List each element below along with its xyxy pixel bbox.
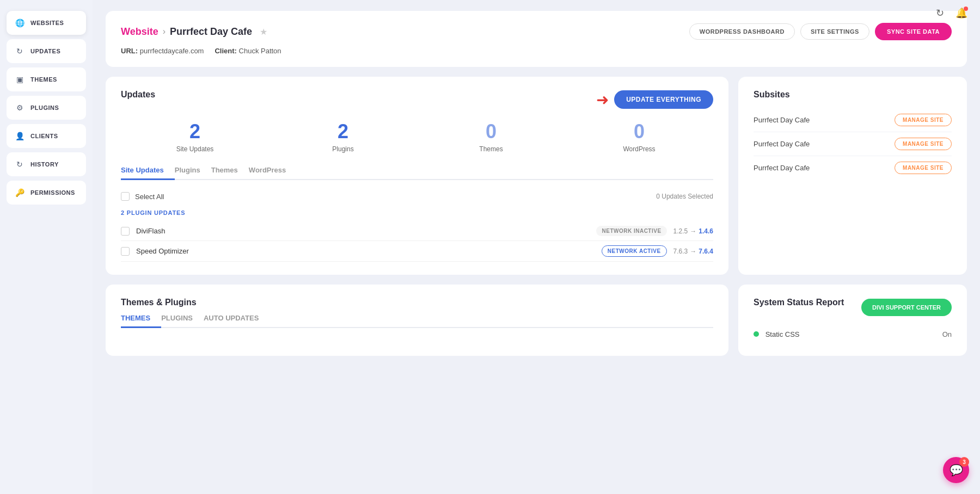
select-all-label: Select All — [135, 193, 164, 201]
subsite-name-1: Purrfect Day Cafe — [754, 140, 810, 148]
sidebar-item-clients[interactable]: 👤 CLIENTS — [7, 124, 86, 148]
subsite-row-1: Purrfect Day Cafe MANAGE SITE — [754, 132, 952, 156]
bottom-grid: Themes & Plugins THEMES PLUGINS AUTO UPD… — [106, 285, 967, 356]
stat-number-wordpress: 0 — [634, 120, 645, 143]
plugin-updates-heading: 2 PLUGIN UPDATES — [121, 209, 713, 216]
plugin-badge-speed-optimizer: NETWORK ACTIVE — [602, 245, 667, 257]
sidebar-label-clients: CLIENTS — [30, 133, 58, 139]
updates-title: Updates — [121, 90, 155, 100]
sidebar-item-updates[interactable]: ↻ UPDATES — [7, 39, 86, 63]
layout: 🌐 WEBSITES ↻ UPDATES ▣ THEMES ⚙ PLUGINS … — [0, 0, 980, 494]
plugin-name-speed-optimizer: Speed Optimizer — [136, 247, 595, 255]
manage-site-button-1[interactable]: MANAGE SITE — [895, 138, 952, 150]
site-settings-button[interactable]: SITE SETTINGS — [800, 23, 869, 40]
manage-site-button-0[interactable]: MANAGE SITE — [895, 114, 952, 126]
tab-auto-updates[interactable]: AUTO UPDATES — [204, 310, 270, 328]
sidebar-item-permissions[interactable]: 🔑 PERMISSIONS — [7, 181, 86, 205]
stat-site-updates: 2 Site Updates — [121, 120, 269, 153]
client-label: Client: Chuck Patton — [215, 47, 281, 55]
breadcrumb: Website › Purrfect Day Cafe ★ — [121, 26, 267, 38]
plugin-version-speed-optimizer: 7.6.3 → 7.6.4 — [673, 248, 713, 255]
divi-support-center-button[interactable]: DIVI SUPPORT CENTER — [861, 299, 952, 316]
stat-themes: 0 Themes — [417, 120, 565, 153]
tab-plugins-section[interactable]: PLUGINS — [161, 310, 204, 328]
stat-label-wordpress: WordPress — [623, 145, 655, 153]
stat-wordpress: 0 WordPress — [565, 120, 713, 153]
sidebar: 🌐 WEBSITES ↻ UPDATES ▣ THEMES ⚙ PLUGINS … — [0, 0, 93, 494]
themes-plugins-tab-bar: THEMES PLUGINS AUTO UPDATES — [121, 310, 713, 328]
plugin-name-diviflash: DiviFlash — [136, 227, 590, 235]
notification-icon[interactable]: 🔔 — [954, 5, 969, 21]
sidebar-item-websites[interactable]: 🌐 WEBSITES — [7, 11, 86, 35]
clients-icon: 👤 — [14, 131, 25, 141]
breadcrumb-separator: › — [163, 27, 166, 36]
select-all-checkbox[interactable] — [121, 192, 130, 201]
themes-plugins-title: Themes & Plugins — [121, 298, 197, 307]
status-dot-static-css — [754, 331, 759, 337]
tab-wordpress[interactable]: WordPress — [249, 162, 297, 180]
updates-tab-bar: Site Updates Plugins Themes WordPress — [121, 162, 713, 180]
sidebar-label-themes: THEMES — [30, 76, 57, 83]
updates-header: Updates ➜ UPDATE EVERYTHING — [121, 90, 713, 109]
status-label-static-css: Static CSS — [754, 330, 799, 338]
plugin-badge-diviflash: NETWORK INACTIVE — [596, 226, 666, 236]
breadcrumb-website-link[interactable]: Website — [121, 26, 158, 38]
favorite-star-icon[interactable]: ★ — [260, 27, 267, 37]
globe-icon: 🌐 — [14, 17, 25, 28]
system-status-card: System Status Report DIVI SUPPORT CENTER… — [738, 285, 967, 356]
manage-site-button-2[interactable]: MANAGE SITE — [895, 162, 952, 174]
header-top: Website › Purrfect Day Cafe ★ WORDPRESS … — [121, 23, 952, 40]
sidebar-item-plugins[interactable]: ⚙ PLUGINS — [7, 96, 86, 120]
select-all-left: Select All — [121, 192, 164, 201]
update-everything-button[interactable]: UPDATE EVERYTHING — [614, 90, 713, 109]
sidebar-item-themes[interactable]: ▣ THEMES — [7, 67, 86, 91]
plugin-checkbox-diviflash[interactable] — [121, 227, 130, 236]
sidebar-label-updates: UPDATES — [30, 48, 60, 54]
sidebar-item-history[interactable]: ↻ HISTORY — [7, 152, 86, 176]
tab-site-updates[interactable]: Site Updates — [121, 162, 175, 180]
themes-icon: ▣ — [14, 74, 25, 85]
header-card: Website › Purrfect Day Cafe ★ WORDPRESS … — [106, 11, 967, 67]
url-label: URL: purrfectdaycafe.com — [121, 47, 204, 55]
plugin-version-diviflash: 1.2.5 → 1.4.6 — [673, 227, 713, 235]
plugin-checkbox-speed-optimizer[interactable] — [121, 247, 130, 256]
subsites-card: Subsites Purrfect Day Cafe MANAGE SITE P… — [738, 77, 967, 275]
wordpress-dashboard-button[interactable]: WORDPRESS DASHBOARD — [689, 23, 795, 40]
main-content: Website › Purrfect Day Cafe ★ WORDPRESS … — [93, 0, 980, 494]
permissions-icon: 🔑 — [14, 187, 25, 198]
tab-themes-section[interactable]: THEMES — [121, 310, 161, 328]
chat-badge: 3 — [959, 457, 969, 467]
tab-plugins[interactable]: Plugins — [175, 162, 211, 180]
sidebar-label-websites: WEBSITES — [30, 20, 64, 26]
subsites-title: Subsites — [754, 90, 790, 99]
stat-number-site-updates: 2 — [189, 120, 200, 143]
site-name: Purrfect Day Cafe — [170, 26, 252, 38]
history-icon: ↻ — [14, 159, 25, 170]
tab-themes[interactable]: Themes — [211, 162, 249, 180]
system-status-header: System Status Report DIVI SUPPORT CENTER — [754, 298, 952, 317]
updates-card: Updates ➜ UPDATE EVERYTHING 2 Site Updat… — [106, 77, 728, 275]
stat-label-site-updates: Site Updates — [176, 145, 214, 153]
updates-selected-count: 0 Updates Selected — [656, 193, 713, 200]
status-row-static-css: Static CSS On — [754, 326, 952, 343]
subsite-row-2: Purrfect Day Cafe MANAGE SITE — [754, 156, 952, 180]
select-all-row: Select All 0 Updates Selected — [121, 189, 713, 204]
stat-number-plugins: 2 — [338, 120, 348, 143]
themes-plugins-card: Themes & Plugins THEMES PLUGINS AUTO UPD… — [106, 285, 728, 356]
header-meta: URL: purrfectdaycafe.com Client: Chuck P… — [121, 47, 952, 55]
top-bar: ↻ 🔔 — [921, 0, 980, 26]
notification-badge — [964, 7, 968, 11]
plugin-row-speed-optimizer: Speed Optimizer NETWORK ACTIVE 7.6.3 → 7… — [121, 241, 713, 262]
refresh-icon[interactable]: ↻ — [932, 5, 947, 21]
stat-plugins: 2 Plugins — [269, 120, 417, 153]
stats-row: 2 Site Updates 2 Plugins 0 Themes 0 Word… — [121, 120, 713, 153]
sidebar-label-plugins: PLUGINS — [30, 104, 59, 111]
stat-number-themes: 0 — [486, 120, 497, 143]
header-actions: WORDPRESS DASHBOARD SITE SETTINGS SYNC S… — [689, 23, 952, 40]
system-status-title: System Status Report — [754, 298, 844, 307]
subsite-name-0: Purrfect Day Cafe — [754, 116, 810, 124]
stat-label-plugins: Plugins — [332, 145, 353, 153]
chat-bubble-button[interactable]: 💬 3 — [943, 457, 969, 483]
stat-label-themes: Themes — [479, 145, 503, 153]
sidebar-label-history: HISTORY — [30, 161, 59, 168]
